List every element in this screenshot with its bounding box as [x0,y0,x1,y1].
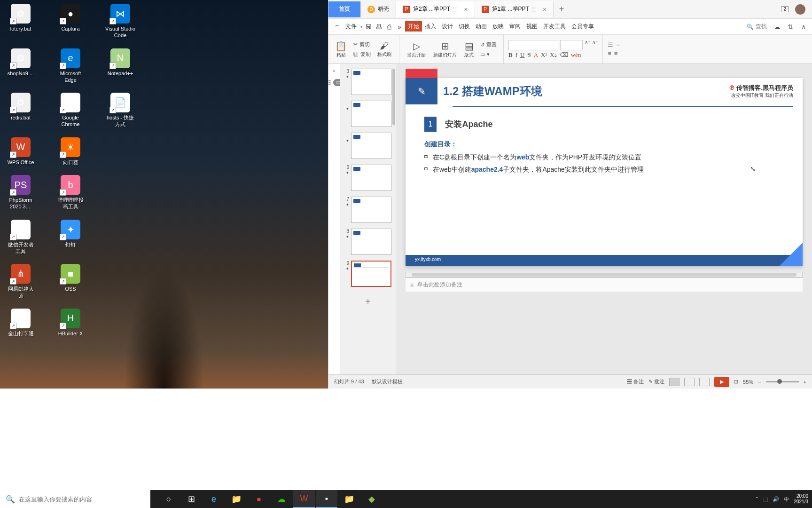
save-icon[interactable]: 🖫 [364,22,373,32]
user-avatar[interactable] [795,4,805,15]
desktop-icon-vscode[interactable]: ⋈↗Visual Studio Code [105,4,135,39]
font-color-icon[interactable]: A [534,51,538,59]
zoom-out-icon[interactable]: − [758,379,761,385]
font-size-select[interactable] [560,40,583,50]
volume-icon[interactable]: 🔊 [773,496,779,502]
desktop-icon-shopno9[interactable]: ⚙↗shopNo9.... [6,48,36,84]
desktop-icon-hosts[interactable]: 📄↗hosts - 快捷方式 [105,93,135,128]
phonetic-icon[interactable]: wén [571,51,581,59]
slideshow-button[interactable]: ▶ [714,377,729,387]
play-from-current-button[interactable]: ▷ 当页开始 [404,39,429,60]
scrollbar-thumb[interactable] [392,69,395,125]
desktop-icon-edge[interactable]: e↗Microsoft Edge [55,48,86,84]
thumbnail-item[interactable]: 9✦ [343,261,393,287]
thumbnail-item[interactable]: ✦ [343,101,393,127]
increase-font-icon[interactable]: A⁺ [585,40,590,50]
menu-tab-1[interactable]: 插入 [422,21,439,32]
close-icon[interactable]: × [464,6,468,13]
pin-icon[interactable]: ⬚ [453,7,457,12]
wps-taskbar-icon[interactable]: W [293,490,315,508]
tab-doc2[interactable]: P 第1章 ...学PPT ⬚ × [475,1,554,17]
desktop-icon-captura[interactable]: ●↗Captura [55,4,86,39]
copy-button[interactable]: ⿻复制 [351,50,373,59]
menu-tab-4[interactable]: 动画 [473,21,490,32]
clock[interactable]: 20:00 2021/3 [794,493,808,505]
thumbnail-item[interactable]: 6✦ [343,165,393,191]
wechat-taskbar-icon[interactable]: ☁ [271,490,292,508]
tab-doc1[interactable]: P 第2章 ...学PPT ⬚ × [396,1,475,17]
cut-button[interactable]: ✂剪切 [351,40,373,49]
font-family-select[interactable] [508,40,558,50]
expand-icon[interactable]: ∧ [799,22,808,32]
slide-thumbnail[interactable] [351,165,391,191]
zoom-in-icon[interactable]: + [804,379,806,385]
desktop-icon-redis-bat[interactable]: ⚙↗redis.bat [6,93,36,128]
desktop-icon-hbuilderx[interactable]: H↗HBuilder X [55,309,86,337]
taskbar-search[interactable]: 🔍 [0,490,150,508]
menu-tab-7[interactable]: 视图 [523,21,540,32]
number-list-icon[interactable]: ≡ [616,41,619,49]
cloud-sync-icon[interactable]: ☁ [773,22,782,32]
menu-tab-5[interactable]: 放映 [490,21,507,32]
thumbnail-item[interactable]: 3✦ [343,69,393,95]
horizontal-scrollbar[interactable] [406,272,803,278]
terminal-taskbar-icon[interactable]: ▪ [316,490,337,508]
zoom-slider[interactable] [766,381,799,382]
network-icon[interactable]: ⬚ [763,496,768,502]
section-button[interactable]: ▭▾ [478,50,499,58]
fit-icon[interactable]: ⊡ [734,379,738,385]
thumbnail-item[interactable]: ✦ [343,133,393,159]
notification-badge[interactable]: 2 [781,6,789,12]
align-left-icon[interactable]: ≡ [608,50,611,57]
comments-toggle[interactable]: ✎ 批注 [648,378,664,385]
search-label[interactable]: 查找 [756,23,767,31]
normal-view-icon[interactable] [669,378,679,386]
clear-format-icon[interactable]: ⌫ [560,51,568,59]
print-preview-icon[interactable]: 🖶 [374,22,383,32]
cloud-up-icon[interactable]: ⇅ [786,22,795,32]
thumbnail-item[interactable]: 8✦ [343,229,393,255]
bold-icon[interactable]: B [508,51,513,59]
menu-tab-8[interactable]: 开发工具 [540,21,569,32]
add-slide-button[interactable]: + [343,293,393,311]
desktop-icon-wps-office[interactable]: W↗WPS Office [6,137,36,166]
slide-thumbnail[interactable] [351,197,391,223]
tab-daoke[interactable]: D 稻壳 [361,1,396,17]
desktop-icon-wechat-dev[interactable]: ▶↗微信开发者工具 [6,220,36,255]
menu-tab-3[interactable]: 切换 [456,21,473,32]
close-icon[interactable]: × [543,6,547,13]
slide-thumbnail[interactable] [351,101,391,127]
thumbnail-item[interactable]: 7✦ [343,197,393,223]
desktop-icon-xiangrikui[interactable]: ☀↗向日葵 [55,137,86,166]
slide-thumbnail[interactable] [351,133,391,159]
tray-expand-icon[interactable]: ˄ [756,496,758,502]
explorer2-taskbar-icon[interactable]: 📁 [338,490,360,508]
bullet-list-icon[interactable]: ☰ [608,41,613,49]
chevron-down-icon[interactable]: ▾ [360,24,363,29]
print-icon[interactable]: ⎙ [384,22,394,32]
sorter-view-icon[interactable] [684,378,695,386]
app-taskbar-icon[interactable]: ◆ [361,490,383,508]
record-taskbar-icon[interactable]: ● [248,490,270,508]
zoom-level[interactable]: 55% [743,379,753,385]
notes-toggle[interactable]: ☰ 备注 [627,378,644,385]
desktop-icon-netease-mail[interactable]: ⋔↗网易邮箱大师 [6,264,36,299]
desktop-icon-lotery-bat[interactable]: ⚙↗lotery.bat [6,4,36,39]
menu-tab-0[interactable]: 开始 [405,21,422,32]
pin-icon[interactable]: ⬚ [532,7,536,12]
add-tab-button[interactable]: + [554,4,570,14]
reset-button[interactable]: ↺重置 [478,40,499,49]
file-menu[interactable]: 文件 [343,21,359,32]
ime-indicator[interactable]: 中 [784,496,789,503]
search-input[interactable] [19,496,145,503]
desktop-icon-oss[interactable]: ■↗OSS [55,264,86,299]
paste-button[interactable]: 📋 粘贴 [332,39,350,60]
slide-thumbnail[interactable] [351,261,391,287]
cortana-icon[interactable]: ○ [158,490,180,508]
desktop-icon-chrome[interactable]: ◉↗Google Chrome [55,93,86,128]
task-view-icon[interactable]: ⊞ [180,490,202,508]
edge-taskbar-icon[interactable]: e [203,490,225,508]
outline-view-icon[interactable]: ☰ [328,79,331,86]
current-slide[interactable]: ✎ 1.2 搭建WAMP环境 ℗ 传智播客.黑马程序员 改变中国IT教育 我们正… [406,78,803,266]
tab-home[interactable]: 首页 [328,1,361,17]
